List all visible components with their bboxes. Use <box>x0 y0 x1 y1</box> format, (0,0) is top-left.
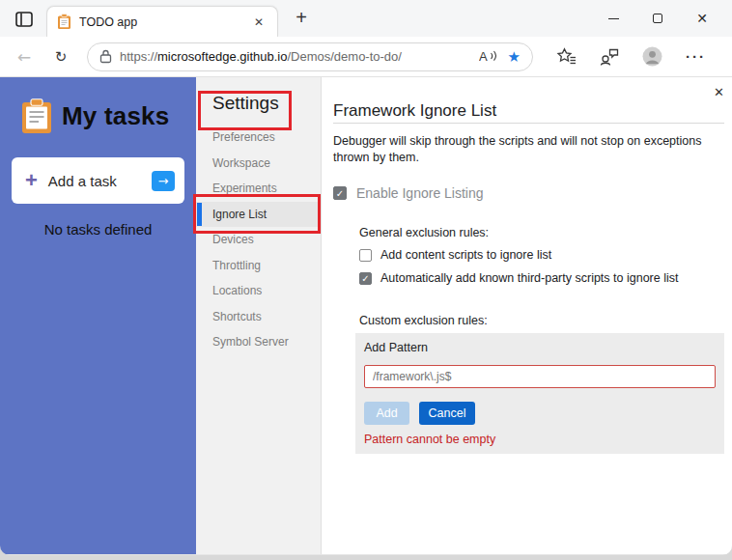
profile-avatar[interactable] <box>642 46 662 67</box>
address-bar[interactable]: https://microsoftedge.github.io/Demos/de… <box>87 42 533 71</box>
tab-actions-icon[interactable] <box>15 11 33 28</box>
tab-strip: TODO app ✕ + ✕ <box>0 0 732 37</box>
settings-item-ignore-list[interactable]: Ignore List <box>196 202 321 228</box>
pattern-error-text: Pattern cannot be empty <box>364 433 716 446</box>
maximize-button[interactable] <box>635 0 680 37</box>
divider <box>333 123 724 124</box>
settings-item-symbol-server[interactable]: Symbol Server <box>196 329 321 355</box>
add-button[interactable]: Add <box>364 402 409 425</box>
add-content-scripts-checkbox[interactable]: Add content scripts to ignore list <box>359 248 724 262</box>
tab-close-icon[interactable]: ✕ <box>250 14 267 31</box>
window-controls: ✕ <box>591 0 724 37</box>
panel-description: Debugger will skip through the scripts a… <box>333 133 724 166</box>
pattern-input[interactable] <box>364 365 716 388</box>
settings-menu: Preferences Workspace Experiments Ignore… <box>196 125 321 355</box>
browser-window: TODO app ✕ + ✕ ← ↻ https://microsoftedge… <box>0 0 732 555</box>
window-close-button[interactable]: ✕ <box>680 0 724 37</box>
checkbox-unchecked-icon[interactable] <box>359 249 372 262</box>
bookmark-star-icon[interactable]: ★ <box>508 48 521 66</box>
settings-item-locations[interactable]: Locations <box>196 278 321 304</box>
settings-item-throttling[interactable]: Throttling <box>196 253 321 279</box>
framework-ignore-list-panel: ✕ Framework Ignore List Debugger will sk… <box>322 77 732 554</box>
settings-item-workspace[interactable]: Workspace <box>196 151 321 177</box>
back-icon[interactable]: ← <box>10 47 39 67</box>
browser-toolbar: ← ↻ https://microsoftedge.github.io/Demo… <box>0 37 732 77</box>
empty-state-text: No tasks defined <box>0 221 196 238</box>
browser-tab[interactable]: TODO app ✕ <box>46 6 278 37</box>
settings-item-experiments[interactable]: Experiments <box>196 176 321 202</box>
app-title: My tasks <box>62 101 169 131</box>
cancel-button[interactable]: Cancel <box>419 402 475 425</box>
todo-favicon-icon <box>57 14 71 30</box>
svg-text:A: A <box>479 49 488 64</box>
add-task-label: Add a task <box>48 173 152 189</box>
add-task-field[interactable]: + Add a task → <box>12 157 184 204</box>
settings-item-preferences[interactable]: Preferences <box>196 125 321 151</box>
checkbox-checked-icon[interactable]: ✓ <box>333 186 347 200</box>
tab-title: TODO app <box>79 15 250 29</box>
browser-essentials-icon[interactable] <box>600 47 619 66</box>
add-pattern-label: Add Pattern <box>364 341 716 354</box>
page-content: My tasks + Add a task → No tasks defined… <box>0 77 732 554</box>
add-pattern-editor: Add Pattern Add Cancel Pattern cannot be… <box>355 333 724 454</box>
minimize-button[interactable] <box>591 0 635 37</box>
todo-app-sidebar: My tasks + Add a task → No tasks defined <box>0 77 196 554</box>
todo-app-header: My tasks <box>0 77 196 134</box>
rules-section: General exclusion rules: Add content scr… <box>359 226 724 454</box>
new-tab-button[interactable]: + <box>290 7 313 29</box>
url-text: https://microsoftedge.github.io/Demos/de… <box>120 49 402 64</box>
clipboard-icon <box>21 98 52 134</box>
refresh-icon[interactable]: ↻ <box>46 48 75 66</box>
custom-rules-label: Custom exclusion rules: <box>359 314 724 327</box>
third-party-scripts-checkbox[interactable]: ✓ Automatically add known third-party sc… <box>359 271 724 285</box>
pattern-buttons: Add Cancel <box>364 402 716 425</box>
add-task-submit-button[interactable]: → <box>152 171 175 191</box>
settings-item-shortcuts[interactable]: Shortcuts <box>196 304 321 330</box>
devtools-settings-sidebar: Settings Preferences Workspace Experimen… <box>196 77 322 554</box>
settings-heading: Settings <box>212 93 321 114</box>
panel-title: Framework Ignore List <box>333 102 724 120</box>
settings-menu-icon[interactable]: ··· <box>686 48 706 65</box>
plus-icon: + <box>25 170 38 191</box>
panel-close-icon[interactable]: ✕ <box>714 85 724 99</box>
enable-ignore-listing-checkbox[interactable]: ✓ Enable Ignore Listing <box>333 185 724 201</box>
settings-item-devices[interactable]: Devices <box>196 227 321 253</box>
favorites-icon[interactable] <box>556 47 577 66</box>
checkbox-checked-icon[interactable]: ✓ <box>359 272 372 285</box>
read-aloud-icon[interactable]: A <box>479 49 498 64</box>
general-rules-label: General exclusion rules: <box>359 226 724 239</box>
lock-icon <box>99 49 112 64</box>
